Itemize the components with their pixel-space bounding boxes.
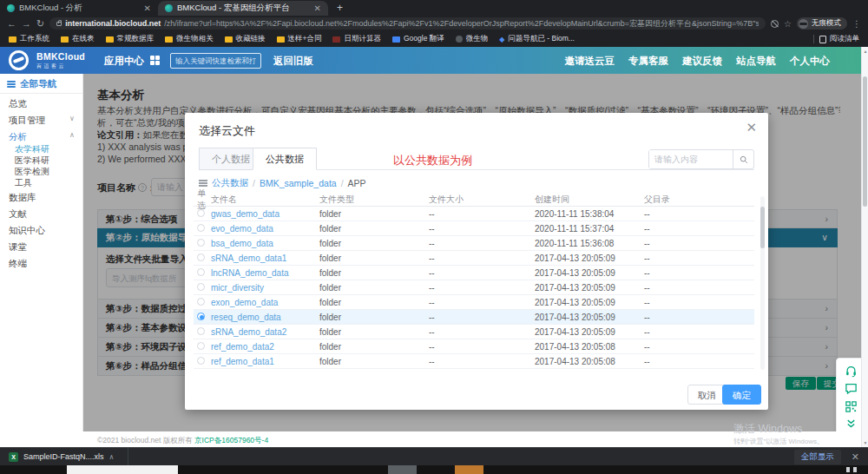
scrollbar-thumb[interactable] — [863, 76, 867, 207]
table-row[interactable]: evo_demo_data folder -- 2020-11-11 15:37… — [194, 221, 754, 236]
sidebar-item-overview[interactable]: 总览 — [9, 98, 27, 110]
taskbar-app-icon[interactable] — [455, 465, 483, 474]
table-row[interactable]: gwas_demo_data folder -- 2020-11-11 15:3… — [194, 207, 754, 221]
sidebar-item-knowledge[interactable]: 知识中心 — [9, 225, 45, 237]
radio-button[interactable] — [197, 298, 205, 306]
table-row[interactable]: exon_demo_data folder -- 2017-04-13 20:0… — [194, 295, 754, 310]
feedback-link[interactable]: 建议反馈 — [682, 55, 722, 68]
forward-icon[interactable]: → — [22, 19, 31, 29]
search-button[interactable] — [733, 150, 753, 168]
file-name-link[interactable]: exon_demo_data — [211, 298, 319, 307]
reading-list-button[interactable]: 阅读清单 — [819, 34, 859, 44]
breadcrumb-root[interactable]: 公共数据 — [212, 177, 248, 189]
sidebar-item-medical-testing[interactable]: 医学检测 — [15, 166, 49, 178]
show-all-downloads-button[interactable]: 全部显示 — [794, 450, 841, 464]
bookmark-item[interactable]: ◆问题导航已 - Biom... — [499, 34, 575, 44]
app-grid-icon[interactable] — [150, 56, 160, 65]
radio-button[interactable] — [197, 253, 205, 261]
table-row-selected[interactable]: reseq_demo_data folder -- 2017-04-13 20:… — [194, 310, 754, 325]
table-row[interactable]: micr_diversity folder -- 2017-04-13 20:0… — [194, 280, 754, 295]
radio-button[interactable] — [197, 209, 205, 217]
profile-link[interactable]: 个人中心 — [790, 55, 830, 68]
file-name-link[interactable]: sRNA_demo_data2 — [211, 327, 319, 337]
file-name-link[interactable]: bsa_demo_data — [211, 239, 319, 248]
dialog-close-icon[interactable]: ✕ — [746, 120, 757, 135]
refresh-icon[interactable]: ↻ — [36, 19, 44, 29]
new-tab-button[interactable]: + — [328, 1, 352, 16]
file-name-link[interactable]: gwas_demo_data — [211, 209, 319, 219]
invite-link[interactable]: 邀请送云豆 — [565, 55, 615, 68]
bookmark-item[interactable]: 在线表 — [61, 34, 95, 44]
collapse-double-chevron-icon[interactable] — [845, 418, 858, 431]
app-center-button[interactable]: 应用中心 — [104, 55, 144, 68]
file-name-link[interactable]: reseq_demo_data — [211, 313, 319, 322]
chat-icon[interactable] — [845, 382, 858, 395]
table-row[interactable]: sRNA_demo_data1 folder -- 2017-04-13 20:… — [194, 251, 754, 266]
file-name-link[interactable]: micr_diversity — [211, 283, 319, 293]
icp-link[interactable]: 京ICP备16057960号-4 — [194, 436, 268, 444]
sidebar-item-analysis[interactable]: 分析∧ — [9, 131, 27, 143]
sidebar-item-projects[interactable]: 项目管理∨ — [9, 115, 45, 127]
file-name-link[interactable]: ref_demo_data2 — [211, 342, 319, 352]
browser-tab-inactive[interactable]: BMKCloud - 分析 ✕ — [0, 1, 158, 16]
radio-button[interactable] — [197, 268, 205, 276]
radio-button[interactable] — [197, 224, 205, 232]
table-row[interactable]: sRNA_demo_data2 folder -- 2017-04-13 20:… — [194, 325, 754, 339]
file-name-link[interactable]: lncRNA_demo_data — [211, 268, 319, 278]
content-blocked-icon[interactable] — [771, 20, 779, 28]
bookmark-item[interactable]: 日期计算器 — [332, 34, 381, 44]
table-row[interactable]: ref_demo_data1 folder -- 2017-04-13 20:0… — [194, 354, 754, 369]
qrcode-icon[interactable] — [845, 400, 858, 413]
browser-tab-active[interactable]: BMKCloud - 宏基因组分析平台 ✕ — [158, 1, 328, 16]
breadcrumb-folder[interactable]: BMK_sample_data — [260, 178, 337, 188]
file-name-link[interactable]: ref_demo_data1 — [211, 357, 319, 366]
app-search-input[interactable] — [170, 53, 261, 69]
sidebar-item-tools[interactable]: 工具 — [15, 177, 32, 189]
confirm-button[interactable]: 确定 — [722, 385, 761, 405]
sidebar-item-classroom[interactable]: 课堂 — [9, 241, 27, 253]
table-scrollbar[interactable] — [760, 196, 765, 370]
back-to-old-link[interactable]: 返回旧版 — [273, 55, 313, 68]
file-search-input[interactable] — [649, 150, 733, 168]
taskbar-app-icon[interactable] — [388, 465, 417, 474]
radio-button[interactable] — [197, 239, 205, 247]
bookmark-item[interactable]: 收藏链接 — [225, 34, 266, 44]
address-bar[interactable]: international.biocloud.net /zh/iframe?ur… — [49, 17, 766, 30]
taskbar-active-window[interactable] — [67, 465, 178, 474]
scroll-down-icon[interactable]: ▼ — [862, 440, 868, 445]
bookmark-star-icon[interactable]: ☆ — [784, 19, 792, 29]
sidebar-item-agri-research[interactable]: 农学科研 — [15, 143, 49, 155]
tab-close-icon[interactable]: ✕ — [314, 3, 321, 13]
table-row[interactable]: ref_demo_data2 folder -- 2017-04-13 20:0… — [194, 339, 754, 354]
bookmark-item[interactable]: Google 翻译 — [392, 34, 444, 44]
sidebar-item-terminal[interactable]: 终端 — [9, 258, 27, 270]
download-chip[interactable]: X SampleID-FastqN....xls ∧ — [0, 448, 122, 465]
bookmark-item[interactable]: 送样+合同 — [277, 34, 322, 44]
bookmark-item[interactable]: 工作系统 — [9, 34, 49, 44]
sidebar-item-database[interactable]: 数据库 — [9, 192, 36, 204]
table-row[interactable]: lncRNA_demo_data folder -- 2017-04-13 20… — [194, 266, 754, 280]
table-row[interactable]: bsa_demo_data folder -- 2020-11-11 15:36… — [194, 236, 754, 251]
sitemap-link[interactable]: 站点导航 — [736, 55, 776, 68]
chevron-up-icon[interactable]: ∧ — [109, 453, 115, 461]
support-headset-icon[interactable] — [845, 365, 858, 378]
sidebar-item-medical-research[interactable]: 医学科研 — [15, 155, 49, 167]
bookmark-item[interactable]: 常规数据库 — [106, 34, 155, 44]
support-link[interactable]: 专属客服 — [628, 55, 668, 68]
browser-scrollbar[interactable]: ▲ ▼ — [861, 47, 868, 447]
tab-public-data[interactable]: 公共数据 — [253, 148, 317, 170]
radio-button[interactable] — [197, 342, 205, 350]
scroll-up-icon[interactable]: ▲ — [862, 49, 868, 54]
file-name-link[interactable]: sRNA_demo_data1 — [211, 253, 319, 263]
download-bar-close-icon[interactable]: ✕ — [852, 451, 859, 463]
back-icon[interactable]: ← — [7, 19, 16, 29]
bmkcloud-logo[interactable] — [9, 50, 29, 70]
radio-button[interactable] — [197, 327, 205, 335]
radio-button[interactable] — [197, 283, 205, 291]
cancel-button[interactable]: 取消 — [687, 385, 727, 405]
browser-menu-icon[interactable]: ⋮ — [852, 19, 861, 29]
bookmark-item[interactable]: 微生物 — [456, 34, 489, 44]
sidebar-toggle-all-nav[interactable]: 全部导航 — [7, 78, 56, 90]
bookmark-item[interactable]: 微生物相关 — [165, 34, 214, 44]
radio-button-selected[interactable] — [197, 313, 205, 320]
